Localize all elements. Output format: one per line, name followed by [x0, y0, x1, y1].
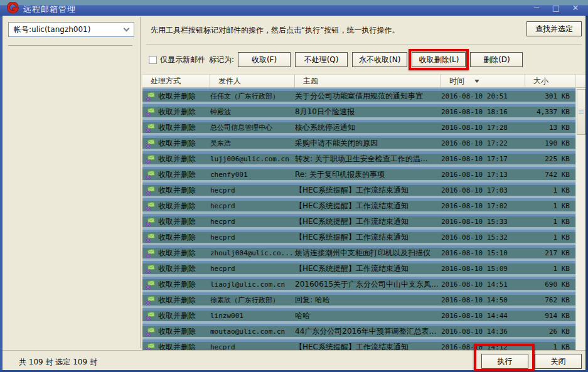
mark-fetch-delete-button[interactable]: 收取删除(L) — [412, 52, 466, 67]
row-subject: 回复: 哈哈 — [295, 295, 441, 306]
row-time: 2016-08-10 17:17 — [441, 154, 525, 164]
column-header-time[interactable]: 时间 — [441, 75, 525, 87]
close-icon[interactable]: ✕ — [570, 3, 580, 13]
titlebar: 远程邮箱管理 ─ □ ✕ — [0, 0, 588, 16]
row-size: 190 KB — [525, 138, 575, 149]
instruction-text: 先用工具栏按钮标记对邮件的操作，然后点击“执行”按钮，统一执行操作。 — [151, 25, 399, 36]
column-header-filler — [575, 75, 585, 87]
table-row[interactable]: 收取并删除 任伟文（广东行政部） 关于分公司功能室借用规范的通知事宜 2016-… — [142, 91, 575, 107]
table-row[interactable]: 收取并删除 吴东浩 采购申请不能关闭的原因 2016-08-10 17:22 1… — [142, 138, 575, 154]
table-row[interactable]: 收取并删除 chenfy001 Re: 关于复印机报废的事项 2016-08-1… — [142, 169, 575, 185]
column-header-action[interactable]: 处理方式 — [142, 75, 210, 87]
row-subject: Re: 关于复印机报废的事项 — [295, 169, 441, 180]
table-row[interactable]: 收取并删除 liaojl@ulic.com.cn 20160615关于广东分公司… — [142, 279, 575, 295]
row-sender: zhoulj004@ulic.co... — [210, 248, 295, 258]
table-row[interactable]: 收取并删除 hecprd 【HEC系统提醒】工作流结束通知 2016-08-10… — [142, 201, 575, 216]
minimize-icon[interactable]: ─ — [532, 3, 542, 13]
account-panel: 帐号:ulic(tangzh001) — [3, 16, 140, 350]
scrollbar-thumb[interactable] — [577, 89, 585, 135]
row-action: 收取并删除 — [158, 326, 196, 337]
vertical-scrollbar[interactable] — [575, 88, 585, 350]
fetch-and-delete-mail-icon — [145, 233, 155, 243]
table-row[interactable]: 收取并删除 总公司信息管理中心 核心系统停运通知 2016-08-10 17:2… — [142, 122, 575, 138]
fetch-and-delete-mail-icon — [145, 248, 155, 258]
sort-descending-icon — [474, 80, 479, 83]
account-dropdown[interactable]: 帐号:ulic(tangzh001) — [8, 22, 134, 37]
row-sender: liaojl@ulic.com.cn — [210, 279, 295, 290]
row-sender: 钟殿波 — [210, 107, 295, 117]
row-time: 2016-08-10 20:51 — [441, 91, 525, 102]
row-action: 收取并删除 — [158, 138, 196, 149]
row-time: 2016-08-10 15:10 — [441, 248, 525, 258]
row-action: 收取并删除 — [158, 154, 196, 164]
row-action: 收取并删除 — [158, 279, 196, 290]
row-time: 2016-08-10 14:44 — [441, 311, 525, 321]
table-row[interactable]: 收取并删除 zhoulj004@ulic.co... 烦请连接潮州中支柜面打印机… — [142, 248, 575, 263]
row-size: 690 KB — [525, 279, 575, 290]
fetch-and-delete-mail-icon — [145, 170, 155, 180]
mark-toolbar: 仅显示新邮件 标记为: 收取(F) 不处理(Q) 永不收取(N) 收取删除(L)… — [149, 51, 527, 68]
row-sender: moutao@ulic.com.cn — [210, 326, 295, 337]
row-sender: chenfy001 — [210, 169, 295, 180]
mark-ignore-button[interactable]: 不处理(Q) — [295, 52, 348, 67]
row-action: 收取并删除 — [158, 169, 196, 180]
mark-never-fetch-button[interactable]: 永不收取(N) — [352, 52, 407, 67]
column-header-size[interactable]: 大小 — [525, 75, 575, 87]
table-row[interactable]: 收取并删除 linzw001 哈哈 2016-08-10 14:44 914 K… — [142, 311, 575, 326]
fetch-and-delete-mail-icon — [145, 343, 155, 351]
row-sender: 吴东浩 — [210, 138, 295, 149]
row-subject: 转发: 关于职场卫生安全检查工作的温... — [295, 154, 441, 164]
red-highlight-box-fetch-delete: 收取删除(L) — [409, 49, 469, 70]
fetch-and-delete-mail-icon — [145, 92, 155, 102]
remote-mailbox-manager-window: 远程邮箱管理 ─ □ ✕ 帐号:ulic(tangzh001) 先用工具栏按钮标… — [0, 0, 588, 372]
only-new-mail-label: 仅显示新邮件 — [160, 55, 205, 65]
row-subject: 采购申请不能关闭的原因 — [295, 138, 441, 149]
chevron-down-icon — [124, 25, 130, 31]
row-time: 2016-08-10 15:32 — [441, 232, 525, 243]
row-action: 收取并删除 — [158, 232, 196, 243]
mark-delete-button[interactable]: 删除(D) — [470, 52, 523, 67]
column-header-sender[interactable]: 发件人 — [210, 75, 295, 87]
row-action: 收取并删除 — [158, 263, 196, 274]
row-sender: lujj006@ulic.com.cn — [210, 154, 295, 164]
row-action: 收取并删除 — [158, 185, 196, 196]
row-sender: hecprd — [210, 201, 295, 211]
maximize-icon[interactable]: □ — [551, 3, 561, 13]
table-row[interactable]: 收取并删除 钟殿波 8月10日个险速报 2016-08-10 18:16 4,3… — [142, 107, 575, 122]
row-action: 收取并删除 — [158, 295, 196, 306]
table-row[interactable]: 收取并删除 hecprd 【HEC系统提醒】工作流结束通知 2016-08-10… — [142, 232, 575, 248]
row-action: 收取并删除 — [158, 216, 196, 227]
row-time: 2016-08-10 14:12 — [441, 342, 525, 350]
table-row[interactable]: 收取并删除 lujj006@ulic.com.cn 转发: 关于职场卫生安全检查… — [142, 154, 575, 169]
table-row[interactable]: 收取并删除 hecprd 【HEC系统提醒】工作流结束通知 2016-08-10… — [142, 342, 575, 350]
row-action: 收取并删除 — [158, 201, 196, 211]
only-new-mail-checkbox[interactable] — [149, 56, 157, 64]
row-sender: hecprd — [210, 185, 295, 196]
row-size: 742 KB — [525, 169, 575, 180]
mark-fetch-button[interactable]: 收取(F) — [238, 52, 291, 67]
table-row[interactable]: 收取并删除 hecprd 【HEC系统提醒】工作流结束通知 2016-08-10… — [142, 216, 575, 232]
table-header: 处理方式 发件人 主题 时间 大小 — [142, 74, 585, 88]
close-button[interactable]: 关闭 — [535, 354, 582, 369]
row-time: 2016-08-10 17:28 — [441, 122, 525, 133]
row-size: 1 KB — [525, 342, 575, 350]
row-subject: 【HEC系统提醒】工作流结束通知 — [295, 216, 441, 227]
row-subject: 8月10日个险速报 — [295, 107, 441, 117]
execute-button[interactable]: 执行 — [481, 354, 528, 369]
row-sender: hecprd — [210, 216, 295, 227]
mail-list: 收取并删除 任伟文（广东行政部） 关于分公司功能室借用规范的通知事宜 2016-… — [142, 88, 575, 350]
find-and-select-button[interactable]: 查找并选定 — [527, 21, 582, 36]
row-size: 26 KB — [525, 326, 575, 337]
table-row[interactable]: 收取并删除 hecprd 【HEC系统提醒】工作流结束通知 2016-08-10… — [142, 185, 575, 201]
row-action: 收取并删除 — [158, 311, 196, 321]
column-header-subject[interactable]: 主题 — [295, 75, 441, 87]
row-time: 2016-08-10 15:09 — [441, 263, 525, 274]
row-sender: 总公司信息管理中心 — [210, 122, 295, 133]
table-row[interactable]: 收取并删除 moutao@ulic.com.cn 44广东分公司2016年中预算… — [142, 326, 575, 342]
table-row[interactable]: 收取并删除 徐素欣（广东行政部） 回复: 哈哈 2016-08-10 14:50… — [142, 295, 575, 311]
panel-separator — [140, 17, 141, 348]
table-row[interactable]: 收取并删除 hecprd 【HEC系统提醒】工作流结束通知 2016-08-10… — [142, 263, 575, 279]
row-time: 2016-08-10 17:02 — [441, 201, 525, 211]
row-subject: 【HEC系统提醒】工作流结束通知 — [295, 263, 441, 274]
row-action: 收取并删除 — [158, 122, 196, 133]
